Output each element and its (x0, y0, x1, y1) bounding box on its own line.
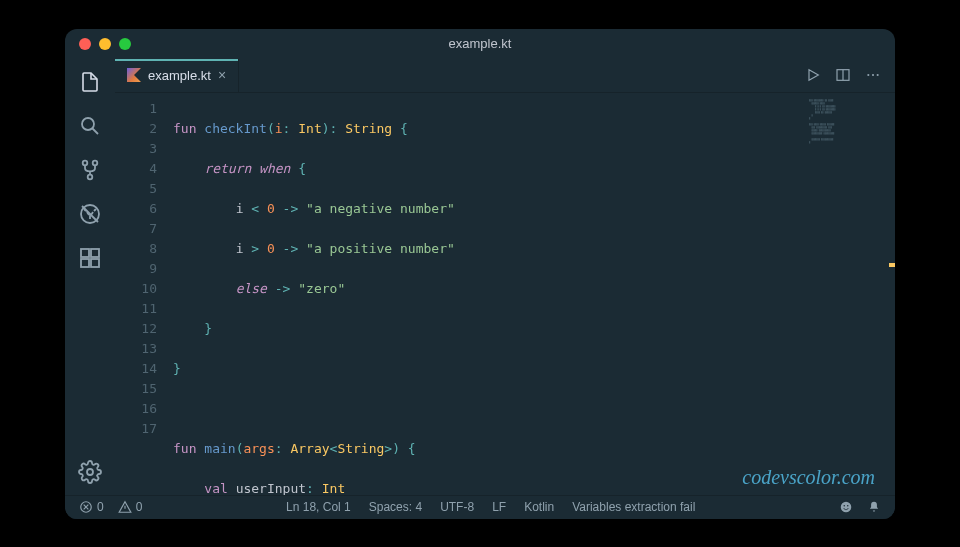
svg-point-13 (877, 74, 879, 76)
run-icon[interactable] (805, 67, 821, 83)
window-title: example.kt (65, 36, 895, 51)
warning-count: 0 (136, 500, 143, 514)
error-count: 0 (97, 500, 104, 514)
editor-area[interactable]: 1234567891011121314151617 fun checkInt(i… (115, 93, 895, 495)
svg-rect-5 (81, 249, 89, 257)
settings-gear-icon[interactable] (77, 459, 103, 485)
status-errors[interactable]: 0 (79, 500, 104, 514)
close-window-button[interactable] (79, 38, 91, 50)
svg-point-11 (867, 74, 869, 76)
editor-actions (805, 59, 895, 92)
status-cursor-position[interactable]: Ln 18, Col 1 (286, 500, 351, 514)
svg-point-2 (93, 160, 98, 165)
status-indentation[interactable]: Spaces: 4 (369, 500, 422, 514)
minimize-window-button[interactable] (99, 38, 111, 50)
status-bar: 0 0 Ln 18, Col 1 Spaces: 4 UTF-8 LF Kotl… (65, 495, 895, 519)
search-icon[interactable] (77, 113, 103, 139)
svg-rect-6 (81, 259, 89, 267)
scroll-marker (889, 263, 895, 267)
svg-point-15 (841, 502, 852, 513)
svg-point-1 (83, 160, 88, 165)
titlebar: example.kt (65, 29, 895, 59)
svg-rect-8 (91, 249, 99, 257)
status-language[interactable]: Kotlin (524, 500, 554, 514)
activity-bar (65, 59, 115, 495)
editor-window: example.kt (65, 29, 895, 519)
kotlin-file-icon (127, 68, 141, 82)
zoom-window-button[interactable] (119, 38, 131, 50)
split-editor-icon[interactable] (835, 67, 851, 83)
status-encoding[interactable]: UTF-8 (440, 500, 474, 514)
svg-rect-7 (91, 259, 99, 267)
tab-example-kt[interactable]: example.kt × (115, 59, 239, 92)
watermark-text: codevscolor.com (742, 466, 875, 489)
close-tab-icon[interactable]: × (218, 67, 226, 83)
main-area: example.kt × 123456789101112 (115, 59, 895, 495)
status-warnings[interactable]: 0 (118, 500, 143, 514)
svg-point-16 (843, 505, 845, 507)
tab-bar: example.kt × (115, 59, 895, 93)
tab-label: example.kt (148, 68, 211, 83)
feedback-icon[interactable] (839, 500, 853, 514)
svg-point-17 (847, 505, 849, 507)
debug-icon[interactable] (77, 201, 103, 227)
code-content[interactable]: fun checkInt(i: Int): String { return wh… (173, 93, 895, 495)
svg-point-3 (88, 174, 93, 179)
explorer-icon[interactable] (77, 69, 103, 95)
extensions-icon[interactable] (77, 245, 103, 271)
more-actions-icon[interactable] (865, 67, 881, 83)
svg-point-0 (82, 118, 94, 130)
window-body: example.kt × 123456789101112 (65, 59, 895, 495)
status-eol[interactable]: LF (492, 500, 506, 514)
notifications-bell-icon[interactable] (867, 500, 881, 514)
status-message[interactable]: Variables extraction fail (572, 500, 695, 514)
source-control-icon[interactable] (77, 157, 103, 183)
window-controls (79, 38, 131, 50)
svg-point-12 (872, 74, 874, 76)
svg-point-9 (87, 469, 93, 475)
line-number-gutter: 1234567891011121314151617 (115, 93, 173, 495)
